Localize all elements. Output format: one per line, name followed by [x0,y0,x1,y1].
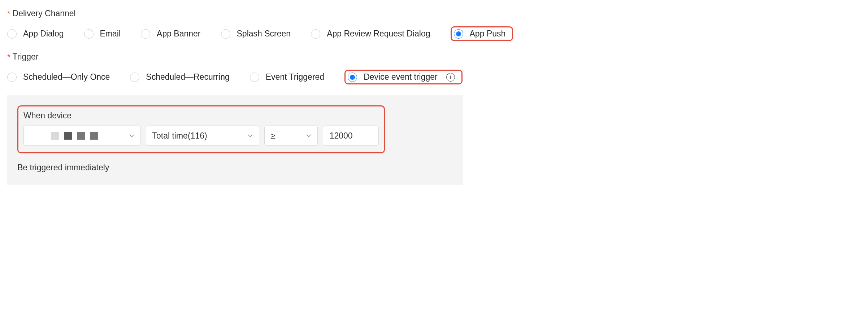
trigger-options: Scheduled—Only Once Scheduled—Recurring … [7,70,861,84]
radio-icon [221,29,230,39]
required-asterisk: * [7,9,10,18]
radio-label: Device event trigger [364,72,438,82]
metric-select[interactable]: Total time(116) [146,126,259,146]
radio-label: Scheduled—Recurring [146,72,229,82]
radio-label: App Push [470,29,506,39]
radio-app-review-request[interactable]: App Review Request Dialog [311,29,430,39]
condition-title: When device [23,111,379,121]
device-condition-panel: When device Total time(116) [7,95,463,185]
trigger-label-text: Trigger [13,52,39,62]
radio-icon [7,29,17,39]
radio-icon [130,73,139,82]
value-input-wrapper [323,126,379,146]
device-select[interactable] [23,126,141,146]
radio-label: Scheduled—Only Once [23,72,110,82]
radio-icon-checked [348,73,357,82]
radio-splash-screen[interactable]: Splash Screen [221,29,291,39]
radio-scheduled-recurring[interactable]: Scheduled—Recurring [130,72,229,82]
operator-select-value: ≥ [270,131,275,141]
info-icon[interactable]: i [446,73,455,82]
radio-icon [250,73,259,82]
radio-label: Splash Screen [237,29,291,39]
chevron-down-icon [129,133,135,139]
radio-icon [141,29,150,39]
delivery-channel-label: * Delivery Channel [7,9,861,18]
radio-label: Email [100,29,121,39]
radio-icon [7,73,17,82]
highlight-device-event-trigger: Device event trigger i [344,70,463,84]
radio-icon-checked [454,29,463,39]
highlight-condition-row: When device Total time(116) [17,105,385,153]
radio-label: Event Triggered [266,72,324,82]
delivery-channel-label-text: Delivery Channel [13,9,76,18]
radio-icon [84,29,94,39]
radio-app-dialog[interactable]: App Dialog [7,29,64,39]
trigger-label: * Trigger [7,52,861,62]
radio-label: App Review Request Dialog [327,29,430,39]
highlight-app-push: App Push [451,26,513,41]
trigger-timing-text: Be triggered immediately [17,163,453,172]
radio-icon [311,29,320,39]
operator-select[interactable]: ≥ [264,126,317,146]
radio-event-triggered[interactable]: Event Triggered [250,72,324,82]
required-asterisk: * [7,52,10,62]
chevron-down-icon [247,133,253,139]
radio-device-event-trigger[interactable]: Device event trigger i [348,72,455,82]
chevron-down-icon [306,133,312,139]
radio-app-push[interactable]: App Push [454,29,506,39]
redacted-device-value [51,132,98,140]
radio-app-banner[interactable]: App Banner [141,29,200,39]
metric-select-value: Total time(116) [152,131,207,141]
radio-scheduled-once[interactable]: Scheduled—Only Once [7,72,110,82]
radio-label: App Dialog [23,29,64,39]
condition-row: Total time(116) ≥ [23,126,379,146]
value-input[interactable] [329,131,373,141]
radio-email[interactable]: Email [84,29,121,39]
delivery-channel-options: App Dialog Email App Banner Splash Scree… [7,26,861,41]
radio-label: App Banner [157,29,200,39]
